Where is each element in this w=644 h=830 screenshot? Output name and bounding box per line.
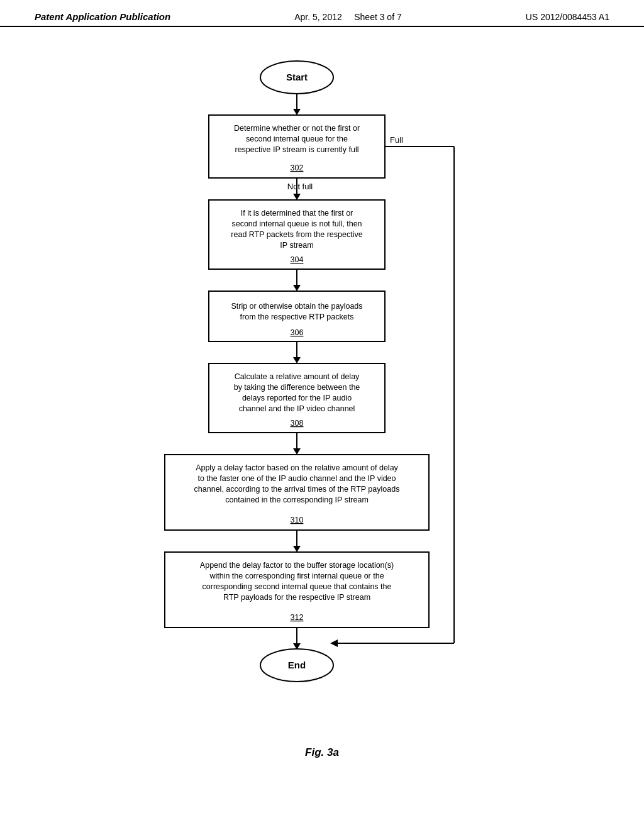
full-label: Full xyxy=(390,135,403,145)
svg-text:IP stream: IP stream xyxy=(280,241,313,250)
patent-number: US 2012/0084453 A1 xyxy=(526,12,609,22)
svg-text:from the respective RTP packet: from the respective RTP packets xyxy=(240,313,354,321)
svg-marker-13 xyxy=(293,194,301,200)
svg-text:302: 302 xyxy=(291,163,304,172)
svg-text:channel and the IP video chann: channel and the IP video channel xyxy=(239,404,355,413)
svg-text:contained in the corresponding: contained in the corresponding IP stream xyxy=(225,495,369,504)
svg-text:308: 308 xyxy=(291,419,304,428)
svg-marker-35 xyxy=(293,448,301,455)
svg-text:delays reported for the IP aud: delays reported for the IP audio xyxy=(242,394,352,402)
svg-text:If it is determined that the f: If it is determined that the first or xyxy=(241,209,353,218)
publication-date: Apr. 5, 2012 xyxy=(294,12,342,22)
svg-text:Determine whether or not the f: Determine whether or not the first or xyxy=(234,124,360,133)
svg-text:read RTP packets from the resp: read RTP packets from the respective xyxy=(231,230,362,239)
svg-text:respective IP stream is curren: respective IP stream is currently full xyxy=(235,145,358,154)
not-full-label: Not full xyxy=(287,182,313,191)
svg-text:by taking the difference betwe: by taking the difference between the xyxy=(234,383,360,392)
svg-text:within the corresponding first: within the corresponding first internal … xyxy=(209,572,384,580)
svg-text:310: 310 xyxy=(291,516,304,524)
start-label: Start xyxy=(286,72,308,82)
diagram-area: Start Determine whether or not the first… xyxy=(0,27,644,759)
svg-marker-2 xyxy=(293,109,301,115)
svg-text:RTP payloads for the respectiv: RTP payloads for the respective IP strea… xyxy=(223,593,370,602)
svg-text:312: 312 xyxy=(291,613,304,622)
publication-date-sheet: Apr. 5, 2012 Sheet 3 of 7 xyxy=(294,12,401,22)
svg-text:second internal queue for the: second internal queue for the xyxy=(246,135,348,143)
svg-text:306: 306 xyxy=(291,328,304,337)
svg-text:second internal queue is not f: second internal queue is not full, then xyxy=(231,219,362,228)
svg-text:Strip or otherwise obtain the : Strip or otherwise obtain the payloads xyxy=(231,302,362,311)
figure-caption: Fig. 3a xyxy=(305,746,339,759)
svg-text:to the faster one of the IP au: to the faster one of the IP audio channe… xyxy=(197,474,396,483)
svg-text:304: 304 xyxy=(291,255,304,264)
svg-text:Append the delay factor to the: Append the delay factor to the buffer st… xyxy=(200,561,394,570)
svg-text:Apply a delay factor based on : Apply a delay factor based on the relati… xyxy=(196,463,398,472)
svg-text:corresponding second internal : corresponding second internal queue that… xyxy=(203,582,392,591)
publication-title: Patent Application Publication xyxy=(35,11,170,22)
svg-text:Calculate a relative amount of: Calculate a relative amount of delay xyxy=(235,372,360,381)
end-label: End xyxy=(288,660,306,670)
page-header: Patent Application Publication Apr. 5, 2… xyxy=(0,0,644,27)
flowchart-svg: Start Determine whether or not the first… xyxy=(102,52,542,731)
svg-marker-11 xyxy=(330,639,338,647)
svg-marker-27 xyxy=(293,357,301,363)
svg-marker-43 xyxy=(293,546,301,552)
svg-text:channel, according to the arri: channel, according to the arrival times … xyxy=(194,485,400,494)
svg-marker-21 xyxy=(293,285,301,291)
sheet-info: Sheet 3 of 7 xyxy=(354,12,402,22)
